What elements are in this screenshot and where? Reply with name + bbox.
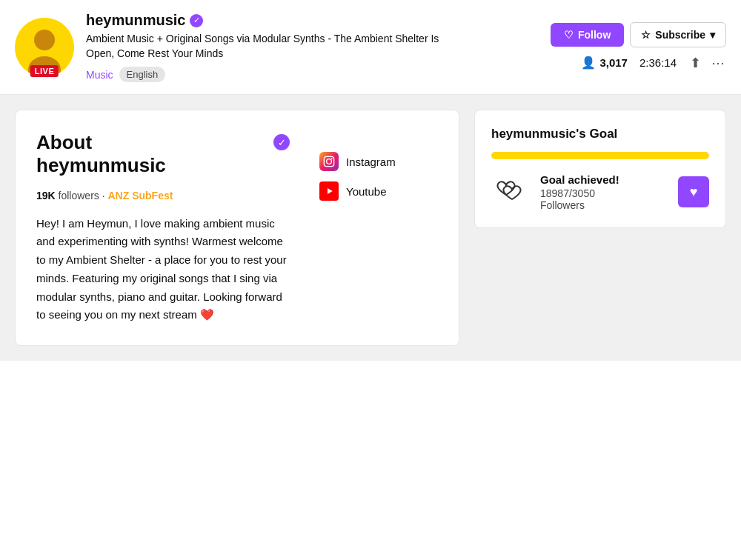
youtube-label: Youtube xyxy=(346,185,387,198)
language-tag[interactable]: English xyxy=(119,67,166,82)
follow-button[interactable]: ♡ Follow xyxy=(551,23,624,47)
about-right: Instagram Youtube xyxy=(319,131,438,324)
subscribe-button[interactable]: ☆ Subscribe ▾ xyxy=(630,22,726,47)
avatar-container: LIVE xyxy=(15,18,74,77)
followers-count: 19K xyxy=(36,190,56,201)
goal-achieved-label: Goal achieved! xyxy=(540,173,668,186)
goal-card: heymunmusic's Goal Goal achieved! 18987/… xyxy=(474,110,726,228)
channel-tags: Music English xyxy=(86,67,539,82)
goal-hearts-icon xyxy=(491,173,530,211)
youtube-link[interactable]: Youtube xyxy=(319,181,438,201)
channel-name: heymunmusic xyxy=(86,12,185,29)
event-link[interactable]: ANZ SubFest xyxy=(108,190,173,201)
viewer-number: 3,017 xyxy=(599,56,628,69)
channel-name-row: heymunmusic ✓ xyxy=(86,12,539,29)
goal-followers-label: Followers xyxy=(540,199,668,211)
about-left: About heymunmusic ✓ 19K followers · ANZ … xyxy=(36,131,290,324)
viewer-count: 👤 3,017 xyxy=(581,56,628,70)
about-verified-icon: ✓ xyxy=(273,134,290,150)
about-inner: About heymunmusic ✓ 19K followers · ANZ … xyxy=(36,131,438,324)
share-button[interactable]: ⬆ xyxy=(688,53,702,73)
svg-rect-3 xyxy=(324,157,333,167)
stream-time: 2:36:14 xyxy=(639,56,677,69)
buttons-row: ♡ Follow ☆ Subscribe ▾ xyxy=(551,22,726,47)
goal-progress-bar xyxy=(491,152,709,159)
channel-title: Ambient Music + Original Songs via Modul… xyxy=(86,32,456,61)
followers-label: followers · xyxy=(59,190,108,201)
channel-header: LIVE heymunmusic ✓ Ambient Music + Origi… xyxy=(0,0,741,95)
instagram-label: Instagram xyxy=(346,156,396,168)
youtube-icon xyxy=(319,181,339,201)
follow-heart-icon: ♡ xyxy=(564,29,574,41)
subscribe-label: Subscribe xyxy=(655,29,705,41)
svg-point-4 xyxy=(327,159,332,164)
subscribe-chevron-icon: ▾ xyxy=(710,29,715,41)
live-badge: LIVE xyxy=(30,65,59,77)
music-tag[interactable]: Music xyxy=(86,69,113,81)
more-button[interactable]: ⋯ xyxy=(710,53,726,73)
viewer-row: 👤 3,017 2:36:14 ⬆ ⋯ xyxy=(581,53,726,73)
svg-marker-6 xyxy=(328,188,333,194)
svg-point-1 xyxy=(34,30,55,50)
about-header: About heymunmusic ✓ xyxy=(36,131,290,177)
social-links: Instagram Youtube xyxy=(319,152,438,201)
about-title: About heymunmusic xyxy=(36,131,166,177)
subscribe-star-icon: ☆ xyxy=(641,29,651,41)
goal-heart-icon: ♥ xyxy=(690,184,698,200)
main-content: About heymunmusic ✓ 19K followers · ANZ … xyxy=(0,95,741,361)
goal-info-row: Goal achieved! 18987/3050 Followers ♥ xyxy=(491,173,709,211)
goal-count: 18987/3050 xyxy=(540,187,668,199)
goal-text: Goal achieved! 18987/3050 Followers xyxy=(540,173,668,211)
goal-title: heymunmusic's Goal xyxy=(491,127,709,141)
followers-row: 19K followers · ANZ SubFest xyxy=(36,190,290,201)
channel-info: heymunmusic ✓ Ambient Music + Original S… xyxy=(86,12,539,82)
goal-progress-fill xyxy=(491,152,709,159)
goal-heart-button[interactable]: ♥ xyxy=(678,176,709,207)
about-card: About heymunmusic ✓ 19K followers · ANZ … xyxy=(15,110,459,346)
follow-label: Follow xyxy=(578,29,611,41)
viewer-icon: 👤 xyxy=(581,56,596,70)
svg-point-5 xyxy=(331,159,333,160)
action-icons: ⬆ ⋯ xyxy=(688,53,726,73)
about-bio: Hey! I am Heymun, I love making ambient … xyxy=(36,215,290,325)
verified-icon: ✓ xyxy=(190,14,203,27)
header-actions: ♡ Follow ☆ Subscribe ▾ 👤 3,017 2:36:14 ⬆… xyxy=(551,22,726,73)
instagram-icon xyxy=(319,152,339,171)
instagram-link[interactable]: Instagram xyxy=(319,152,438,171)
